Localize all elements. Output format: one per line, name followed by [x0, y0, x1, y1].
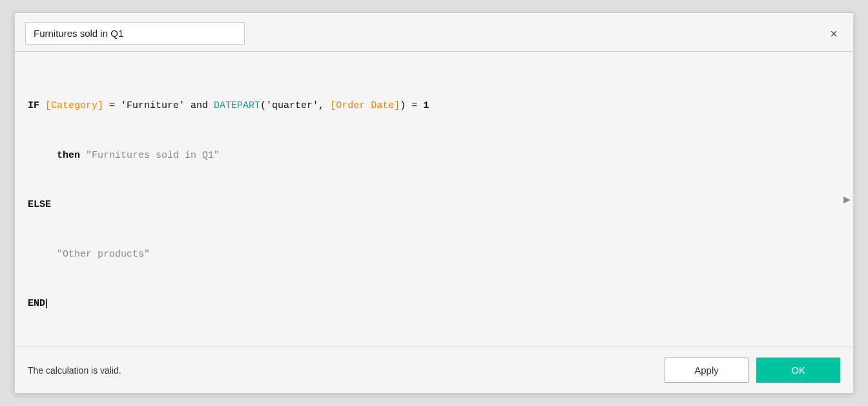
close-button[interactable]: × — [825, 25, 843, 43]
footer-buttons: Apply OK — [665, 358, 840, 383]
close-icon: × — [830, 27, 838, 41]
calculation-title-input[interactable] — [25, 22, 245, 45]
code-editor[interactable]: IF [Category] = 'Furniture' and DATEPART… — [28, 65, 834, 334]
ok-button[interactable]: OK — [756, 358, 840, 383]
code-line-2: then "Furnitures sold in Q1" — [28, 147, 834, 164]
scroll-right-arrow: ▶ — [843, 194, 851, 204]
dialog-header: × — [15, 13, 853, 51]
calculation-dialog: × IF [Category] = 'Furniture' and DATEPA… — [14, 12, 854, 394]
code-line-4: "Other products" — [28, 246, 834, 263]
editor-area[interactable]: IF [Category] = 'Furniture' and DATEPART… — [15, 52, 853, 347]
validation-status: The calculation is valid. — [28, 365, 121, 376]
dialog-footer: The calculation is valid. Apply OK — [15, 347, 853, 393]
code-line-3: ELSE — [28, 197, 834, 213]
code-line-1: IF [Category] = 'Furniture' and DATEPART… — [28, 98, 834, 114]
apply-button[interactable]: Apply — [665, 358, 749, 383]
code-line-5: END — [28, 295, 834, 312]
